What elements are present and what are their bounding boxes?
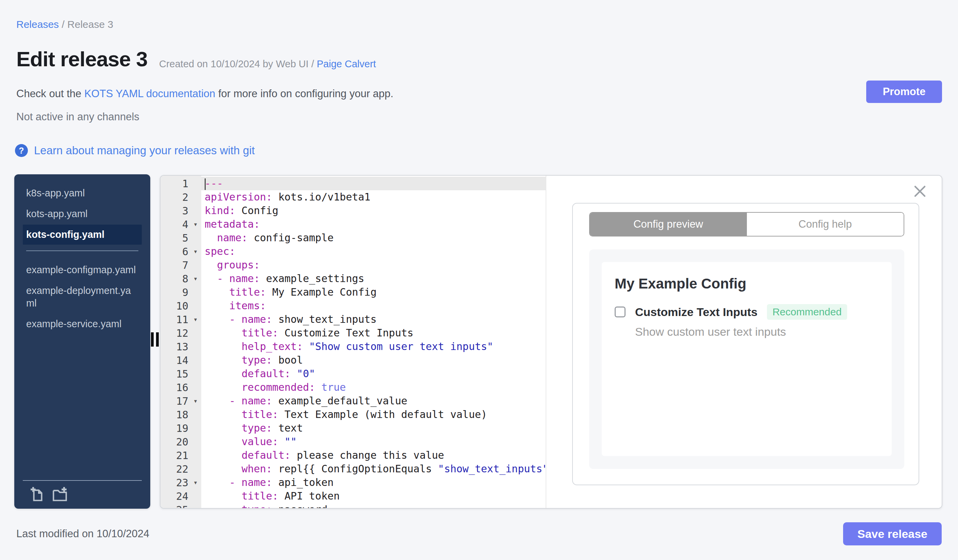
fold-arrow-icon[interactable]: ▾ [190,478,201,487]
recommended-badge: Recommended [767,304,847,320]
token-plain [315,381,321,393]
code-line-17[interactable]: - name: example_default_value [201,394,546,408]
line-number: 13 [160,341,190,353]
code-line-20[interactable]: value: "" [201,435,546,449]
file-list-divider [26,250,138,251]
fold-arrow-icon[interactable]: ▾ [190,315,201,323]
gutter-line-17: 17▾ [160,394,201,408]
tab-config-preview[interactable]: Config preview [590,213,747,236]
line-number: 10 [160,300,190,312]
line-number: 25 [160,504,190,509]
code-line-4[interactable]: metadata: [201,217,546,231]
token-plain [205,395,229,407]
gutter-line-13: 13 [160,340,201,353]
fold-arrow-icon[interactable]: ▾ [190,247,201,256]
code-line-23[interactable]: - name: api_token [201,476,546,489]
line-number: 15 [160,368,190,380]
token-str: "" [284,436,297,448]
breadcrumb-releases-link[interactable]: Releases [16,19,59,30]
token-plain [205,381,241,393]
token-key: - name: [229,313,272,325]
token-plain: Config [235,204,278,217]
token-plain: config-sample [247,232,333,244]
code-line-1[interactable]: --- [201,177,546,190]
token-plain [205,354,241,366]
code-line-25[interactable]: type: password [201,503,546,508]
yaml-code-editor[interactable]: ---apiVersion: kots.io/v1beta1kind: Conf… [201,176,546,508]
fold-arrow-icon[interactable]: ▾ [190,397,201,405]
token-plain: text [272,422,303,434]
learn-releases-link[interactable]: Learn about managing your releases with … [34,144,255,157]
breadcrumb: Releases / Release 3 [16,18,113,31]
file-tab-kots-config.yaml[interactable]: kots-config.yaml [23,225,142,245]
code-line-3[interactable]: kind: Config [201,204,546,217]
gutter-line-15: 15 [160,367,201,381]
file-list: k8s-app.yamlkots-app.yamlkots-config.yam… [14,174,150,334]
code-line-13[interactable]: help_text: "Show custom user text inputs… [201,340,546,353]
fold-arrow-icon[interactable]: ▾ [190,220,201,228]
token-plain [278,436,284,448]
token-plain [205,476,229,488]
file-tab-example-configmap.yaml[interactable]: example-configmap.yaml [23,260,142,280]
code-line-24[interactable]: title: API token [201,489,546,503]
code-line-11[interactable]: - name: show_text_inputs [201,313,546,326]
sidebar-resize-handle[interactable] [151,332,159,346]
token-plain [205,313,229,325]
promote-button[interactable]: Promote [866,81,942,103]
gutter-line-18: 18 [160,408,201,421]
created-by-link[interactable]: Paige Calvert [317,59,376,69]
file-tab-k8s-app.yaml[interactable]: k8s-app.yaml [23,183,142,203]
code-line-15[interactable]: default: "0" [201,367,546,381]
code-line-10[interactable]: items: [201,299,546,313]
config-item-row: Customize Text Inputs Recommended [615,304,847,320]
token-key: - name: [217,272,260,285]
code-line-22[interactable]: when: repl{{ ConfigOptionEquals "show_te… [201,462,546,476]
file-tab-example-deployment.yaml[interactable]: example-deployment.yaml [23,281,142,313]
token-key: type: [241,504,272,508]
token-plain [205,327,241,339]
token-plain [205,408,241,420]
code-line-14[interactable]: type: bool [201,353,546,367]
save-release-button[interactable]: Save release [843,522,942,546]
fold-arrow-icon[interactable]: ▾ [190,275,201,283]
line-number: 14 [160,354,190,366]
customize-text-inputs-checkbox[interactable] [615,307,625,317]
token-plain: kots.io/v1beta1 [272,191,371,203]
gutter-line-20: 20 [160,435,201,449]
token-plain [205,272,217,285]
line-number: 5 [160,232,190,244]
code-line-12[interactable]: title: Customize Text Inputs [201,326,546,340]
question-mark-icon: ? [15,144,28,157]
code-line-5[interactable]: name: config-sample [201,231,546,245]
config-preview-panel: Config preview Config help My Example Co… [546,176,942,508]
doc-text-before: Check out the [16,88,84,100]
config-group-title: My Example Config [615,275,746,292]
tab-config-help[interactable]: Config help [747,213,904,236]
token-plain [205,300,229,312]
close-icon[interactable] [913,185,927,198]
add-folder-icon[interactable] [51,486,68,503]
file-sidebar: k8s-app.yamlkots-app.yamlkots-config.yam… [14,174,150,509]
file-tab-example-service.yaml[interactable]: example-service.yaml [23,314,142,334]
token-plain [205,340,241,353]
token-plain: bool [272,354,303,366]
code-line-9[interactable]: title: My Example Config [201,285,546,299]
token-key: spec: [205,245,235,257]
code-line-18[interactable]: title: Text Example (with default value) [201,408,546,421]
kots-yaml-doc-link[interactable]: KOTS YAML documentation [84,88,215,100]
add-file-icon[interactable] [29,486,46,503]
token-str: "show_text_inputs" [438,463,546,475]
gutter-line-21: 21 [160,449,201,462]
code-line-2[interactable]: apiVersion: kots.io/v1beta1 [201,190,546,204]
gutter-line-25: 25 [160,503,201,509]
code-line-7[interactable]: groups: [201,258,546,272]
token-key: value: [241,436,278,448]
gutter-line-24: 24 [160,489,201,503]
code-line-6[interactable]: spec: [201,245,546,258]
file-tab-kots-app.yaml[interactable]: kots-app.yaml [23,204,142,224]
code-line-8[interactable]: - name: example_settings [201,272,546,285]
code-line-21[interactable]: default: please change this value [201,449,546,462]
code-line-19[interactable]: type: text [201,421,546,435]
gutter-line-14: 14 [160,353,201,367]
code-line-16[interactable]: recommended: true [201,381,546,394]
